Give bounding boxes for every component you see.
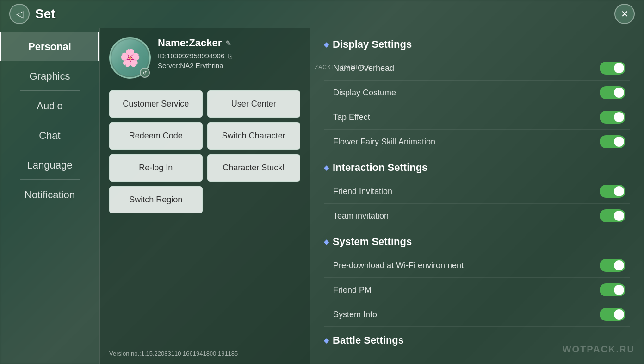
profile-info: Name:Zacker ✎ ID:103092958994906 ⎘ Serve… [158, 37, 300, 70]
diamond-icon-interaction: ◆ [324, 164, 329, 171]
sidebar-label-graphics: Graphics [29, 70, 70, 82]
version-text: Version no.:1.15.22083110 1661941800 191… [100, 343, 310, 364]
profile-name-row: Name:Zacker ✎ [158, 37, 300, 49]
predownload-label: Pre-download at Wi-Fi environment [333, 261, 464, 270]
sidebar-item-notification[interactable]: Notification [0, 181, 99, 209]
display-costume-label: Display Costume [333, 88, 396, 98]
display-settings-title: ◆ Display Settings [324, 38, 630, 50]
settings-item-friend-invitation: Friend Invitation [324, 179, 630, 204]
action-buttons-grid: Customer Service User Center Redeem Code… [100, 86, 310, 218]
tap-effect-toggle[interactable] [600, 111, 625, 124]
avatar-container: 🌸 ↺ [109, 37, 151, 79]
sidebar-label-chat: Chat [39, 130, 60, 141]
team-invitation-label: Team invitation [333, 211, 389, 221]
sidebar-item-personal[interactable]: Personal [0, 32, 99, 61]
switch-character-button[interactable]: Switch Character [207, 122, 301, 150]
sidebar-label-notification: Notification [25, 189, 75, 201]
settings-item-tap-effect: Tap Effect [324, 105, 630, 130]
back-button[interactable]: ◁ [9, 4, 30, 24]
friend-pm-label: Friend PM [333, 285, 372, 295]
settings-item-flower-fairy: Flower Fairy Skill Animation [324, 130, 630, 154]
sidebar: Personal Graphics Audio Chat Language No… [0, 28, 99, 364]
content-area: Personal Graphics Audio Chat Language No… [0, 28, 644, 364]
settings-item-team-invitation: Team invitation [324, 204, 630, 228]
center-panel: 🌸 ↺ Name:Zacker ✎ ID:103092958994906 ⎘ S… [99, 28, 310, 364]
sidebar-label-personal: Personal [28, 41, 71, 52]
profile-id-row: ID:103092958994906 ⎘ [158, 52, 300, 60]
character-stuck-button[interactable]: Character Stuck! [207, 154, 301, 182]
profile-subtitle: ZACKER GAMER A [315, 64, 371, 70]
back-icon: ◁ [16, 8, 23, 19]
flower-fairy-label: Flower Fairy Skill Animation [333, 137, 435, 147]
settings-item-display-costume: Display Costume [324, 81, 630, 105]
diamond-icon-display: ◆ [324, 41, 329, 48]
predownload-toggle[interactable] [600, 259, 625, 272]
sidebar-label-audio: Audio [37, 100, 62, 112]
sidebar-item-language[interactable]: Language [0, 151, 99, 180]
profile-server-row: Server:NA2 Erythrina [158, 62, 300, 70]
sidebar-label-language: Language [27, 159, 73, 171]
name-overhead-toggle[interactable] [600, 62, 625, 75]
right-panel: ◆ Display Settings Name Overhead Display… [310, 28, 644, 364]
diamond-icon-system: ◆ [324, 238, 329, 245]
friend-invitation-toggle[interactable] [600, 185, 625, 198]
flower-fairy-toggle[interactable] [600, 135, 625, 148]
user-center-button[interactable]: User Center [207, 90, 301, 118]
sidebar-item-audio[interactable]: Audio [0, 92, 99, 120]
settings-item-friend-pm: Friend PM [324, 278, 630, 302]
page-title: Set [35, 6, 56, 21]
tap-effect-label: Tap Effect [333, 113, 370, 122]
profile-id: ID:103092958994906 [158, 52, 224, 60]
team-invitation-toggle[interactable] [600, 209, 625, 222]
header: ◁ Set ✕ [0, 0, 644, 28]
re-log-in-button[interactable]: Re-log In [109, 154, 203, 182]
close-icon: ✕ [621, 8, 629, 19]
profile-server: Server:NA2 Erythrina [158, 62, 223, 69]
system-info-label: System Info [333, 310, 377, 320]
profile-section: 🌸 ↺ Name:Zacker ✎ ID:103092958994906 ⎘ S… [100, 28, 310, 86]
customer-service-button[interactable]: Customer Service [109, 90, 203, 118]
system-info-toggle[interactable] [600, 308, 625, 321]
diamond-icon-battle: ◆ [324, 337, 329, 344]
close-button[interactable]: ✕ [614, 4, 635, 24]
avatar-badge: ↺ [140, 68, 150, 78]
friend-invitation-label: Friend Invitation [333, 187, 392, 196]
friend-pm-toggle[interactable] [600, 283, 625, 296]
sidebar-item-chat[interactable]: Chat [0, 121, 99, 150]
settings-item-system-info: System Info [324, 302, 630, 327]
redeem-code-button[interactable]: Redeem Code [109, 122, 203, 150]
display-costume-toggle[interactable] [600, 86, 625, 99]
edit-icon[interactable]: ✎ [225, 39, 231, 48]
profile-name: Name:Zacker [158, 37, 222, 49]
interaction-settings-title: ◆ Interaction Settings [324, 162, 630, 174]
system-settings-title: ◆ System Settings [324, 236, 630, 248]
watermark: WOTPACK.RU [563, 344, 635, 355]
settings-item-predownload: Pre-download at Wi-Fi environment [324, 253, 630, 278]
sidebar-item-graphics[interactable]: Graphics [0, 62, 99, 91]
switch-region-button[interactable]: Switch Region [109, 186, 203, 213]
copy-icon[interactable]: ⎘ [228, 52, 232, 60]
